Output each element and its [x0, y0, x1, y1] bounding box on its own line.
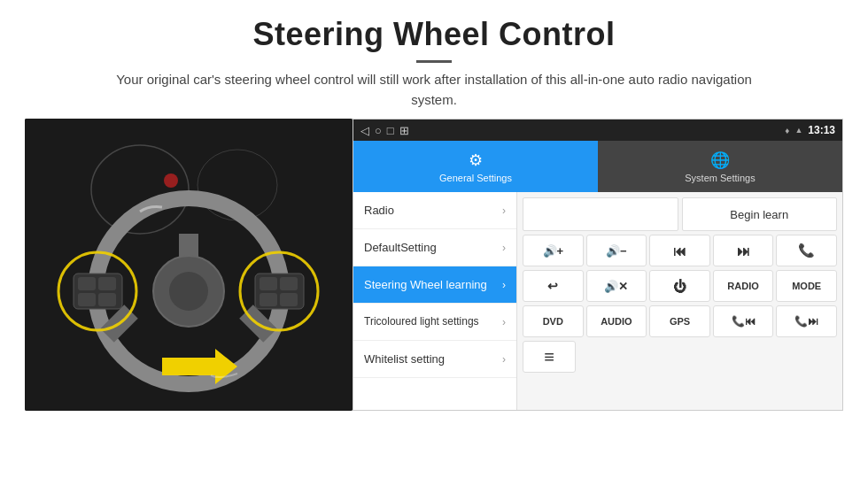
- prev-track-button[interactable]: ⏮: [649, 235, 710, 266]
- page-title: Steering Wheel Control: [35, 16, 833, 53]
- top-controls-row: Begin learn: [523, 197, 837, 231]
- svg-rect-12: [98, 277, 116, 290]
- nav-icons: ◁ ○ □ ⊞: [360, 124, 409, 137]
- phone-next-button[interactable]: 📞⏭: [776, 305, 837, 337]
- nav-back-icon[interactable]: ◁: [360, 124, 369, 137]
- tab-system[interactable]: 🌐 System Settings: [598, 141, 842, 192]
- chevron-icon: ›: [502, 279, 506, 291]
- chevron-icon: ›: [502, 204, 506, 217]
- empty-input-box: [523, 197, 678, 231]
- radio-label: RADIO: [727, 281, 758, 291]
- media-controls-row1: 🔊+ 🔊− ⏮ ⏭ 📞: [523, 235, 837, 266]
- begin-learn-button[interactable]: Begin learn: [682, 197, 838, 231]
- android-panel: ◁ ○ □ ⊞ ♦ ▲ 13:13 ⚙ General Settings: [353, 119, 843, 411]
- tab-bar: ⚙ General Settings 🌐 System Settings: [353, 141, 842, 192]
- phone-button[interactable]: 📞: [776, 235, 837, 266]
- mode-button[interactable]: MODE: [776, 270, 837, 302]
- phone-prev-button[interactable]: 📞⏮: [713, 305, 774, 337]
- call-end-button[interactable]: ↩: [523, 270, 584, 302]
- radio-button[interactable]: RADIO: [713, 270, 774, 302]
- status-bar: ◁ ○ □ ⊞ ♦ ▲ 13:13: [353, 120, 842, 141]
- nav-home-icon[interactable]: ○: [375, 124, 382, 137]
- list-button[interactable]: ≡: [523, 341, 576, 373]
- phone-prev-icon: 📞⏮: [732, 315, 756, 328]
- content-section: ◁ ○ □ ⊞ ♦ ▲ 13:13 ⚙ General Settings: [0, 119, 868, 486]
- menu-item-steering[interactable]: Steering Wheel learning ›: [353, 266, 516, 304]
- chevron-icon: ›: [502, 353, 506, 366]
- nav-menu-icon[interactable]: ⊞: [399, 124, 409, 137]
- svg-rect-17: [280, 277, 298, 290]
- next-track-button[interactable]: ⏭: [713, 235, 774, 266]
- svg-rect-13: [78, 293, 96, 306]
- svg-rect-14: [98, 293, 116, 306]
- vol-up-icon: 🔊+: [543, 244, 564, 258]
- page-wrapper: Steering Wheel Control Your original car…: [0, 0, 868, 486]
- chevron-icon: ›: [502, 316, 506, 328]
- dvd-label: DVD: [543, 316, 563, 327]
- audio-label: AUDIO: [601, 316, 632, 327]
- mode-label: MODE: [792, 281, 821, 291]
- vol-down-icon: 🔊−: [606, 244, 627, 258]
- system-settings-icon: 🌐: [710, 150, 730, 170]
- menu-item-default[interactable]: DefaultSetting ›: [353, 229, 516, 266]
- phone-next-icon: 📞⏭: [794, 315, 818, 328]
- next-track-icon: ⏭: [737, 243, 750, 258]
- subtitle: Your original car's steering wheel contr…: [115, 70, 753, 110]
- menu-item-tricoloured[interactable]: Tricoloured light settings ›: [353, 304, 516, 341]
- menu-default-label: DefaultSetting: [364, 241, 437, 254]
- main-content: Radio › DefaultSetting › Steering Wheel …: [353, 192, 842, 410]
- svg-rect-18: [260, 293, 277, 306]
- gps-button[interactable]: GPS: [649, 305, 710, 337]
- car-image: [25, 119, 353, 411]
- menu-item-radio[interactable]: Radio ›: [353, 192, 516, 229]
- tab-general[interactable]: ⚙ General Settings: [353, 141, 598, 192]
- media-controls-row4: ≡: [523, 341, 837, 373]
- svg-rect-11: [78, 277, 96, 290]
- prev-track-icon: ⏮: [673, 243, 686, 258]
- svg-rect-19: [280, 293, 298, 306]
- menu-steering-label: Steering Wheel learning: [364, 278, 487, 291]
- general-settings-icon: ⚙: [469, 150, 483, 170]
- media-controls-row3: DVD AUDIO GPS 📞⏮ 📞⏭: [523, 305, 837, 337]
- right-controls: Begin learn 🔊+ 🔊− ⏮: [517, 192, 842, 410]
- menu-whitelist-label: Whitelist setting: [364, 352, 445, 366]
- gps-label: GPS: [670, 316, 690, 327]
- title-divider: [416, 60, 452, 63]
- dvd-button[interactable]: DVD: [523, 305, 584, 337]
- left-menu: Radio › DefaultSetting › Steering Wheel …: [353, 192, 517, 410]
- chevron-icon: ›: [502, 242, 506, 254]
- svg-rect-16: [260, 277, 277, 290]
- tab-general-label: General Settings: [439, 173, 512, 183]
- car-image-container: [25, 119, 353, 411]
- header-section: Steering Wheel Control Your original car…: [0, 0, 868, 119]
- menu-item-whitelist[interactable]: Whitelist setting ›: [353, 341, 516, 378]
- gps-icon: ♦: [785, 126, 789, 135]
- nav-recent-icon[interactable]: □: [387, 124, 394, 137]
- status-right: ♦ ▲ 13:13: [785, 124, 835, 136]
- power-button[interactable]: ⏻: [649, 270, 710, 302]
- call-end-icon: ↩: [547, 279, 558, 293]
- menu-radio-label: Radio: [364, 204, 394, 217]
- tab-system-label: System Settings: [685, 173, 755, 183]
- svg-point-9: [169, 272, 208, 311]
- audio-button[interactable]: AUDIO: [586, 305, 647, 337]
- menu-tricoloured-label: Tricoloured light settings: [364, 315, 479, 328]
- media-controls-row2: ↩ 🔊✕ ⏻ RADIO MODE: [523, 270, 837, 302]
- steering-wheel-svg: [25, 119, 353, 411]
- signal-icon: ▲: [794, 126, 802, 135]
- list-icon: ≡: [544, 347, 554, 367]
- mute-button[interactable]: 🔊✕: [586, 270, 647, 302]
- clock: 13:13: [808, 124, 835, 136]
- phone-icon: 📞: [798, 243, 815, 258]
- vol-up-button[interactable]: 🔊+: [523, 235, 584, 266]
- power-icon: ⏻: [673, 279, 686, 294]
- vol-down-button[interactable]: 🔊−: [586, 235, 647, 266]
- svg-point-3: [164, 174, 178, 188]
- mute-icon: 🔊✕: [604, 280, 628, 293]
